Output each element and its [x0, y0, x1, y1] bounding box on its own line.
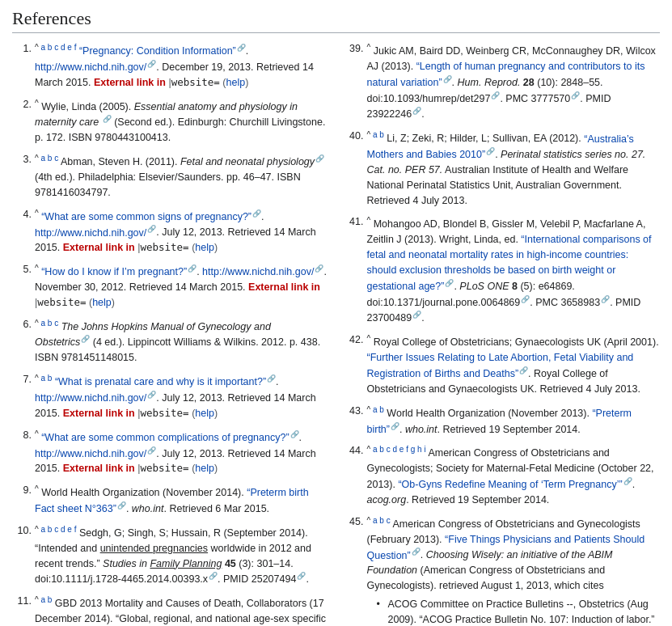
ref-item: 6.^ a b c The Johns Hopkins Manual of Gy… — [12, 317, 328, 366]
ref-sup[interactable]: ^ — [35, 484, 39, 493]
ref-item: 2.^ Wylie, Linda (2005). Essential anato… — [12, 97, 328, 146]
ref-content: ^ Wylie, Linda (2005). Essential anatomy… — [35, 97, 328, 146]
ref-sup[interactable]: ^ a b — [367, 405, 384, 414]
right-column: 39.^ Jukic AM, Baird DD, Weinberg CR, Mc… — [344, 41, 661, 626]
ref-content: ^ “What are some common complications of… — [35, 428, 328, 477]
ref-item: 3.^ a b c Abman, Steven H. (2011). Fetal… — [12, 152, 328, 200]
ref-content: ^ “How do I know if I’m pregnant?”. http… — [35, 262, 328, 310]
ref-sup[interactable]: ^ — [35, 429, 39, 438]
ref-item: 8.^ “What are some common complications … — [12, 428, 328, 477]
references-container: 1.^ a b c d e f “Pregnancy: Condition In… — [12, 41, 660, 626]
ref-item: 39.^ Jukic AM, Baird DD, Weinberg CR, Mc… — [344, 41, 661, 122]
ref-item: 40.^ a b Li, Z; Zeki, R; Hilder, L; Sull… — [344, 129, 661, 208]
ref-number: 5. — [12, 262, 35, 310]
ref-sup[interactable]: ^ a b — [35, 374, 52, 383]
ref-item: 9.^ World Health Organization (November … — [12, 483, 328, 517]
ref-number: 45. — [344, 514, 367, 626]
ref-number: 11. — [12, 594, 35, 626]
ref-sup[interactable]: ^ — [367, 216, 371, 225]
ref-sup[interactable]: ^ a b c — [35, 154, 58, 163]
bullet-content: ACOG Committee on Practice Bulletins --,… — [388, 597, 661, 626]
ref-number: 2. — [12, 97, 35, 146]
ref-content: ^ a b Li, Z; Zeki, R; Hilder, L; Sulliva… — [367, 129, 661, 208]
ref-content: ^ a b “What is prenatal care and why is … — [35, 372, 328, 421]
ref-number: 6. — [12, 317, 35, 366]
ref-content: ^ a b c Abman, Steven H. (2011). Fetal a… — [35, 152, 328, 200]
ref-number: 40. — [344, 129, 367, 208]
ref-item: 4.^ “What are some common signs of pregn… — [12, 207, 328, 256]
ref-item: 42.^ Royal College of Obstetricians; Gyn… — [344, 332, 661, 396]
ref-sup[interactable]: ^ a b c — [367, 516, 391, 525]
ref-number: 10. — [12, 523, 35, 587]
ref-number: 4. — [12, 207, 35, 256]
ref-item: 5.^ “How do I know if I’m pregnant?”. ht… — [12, 262, 328, 310]
ref-content: ^ “What are some common signs of pregnan… — [35, 207, 328, 256]
ref-item: 1.^ a b c d e f “Pregnancy: Condition In… — [12, 41, 328, 91]
ref-number: 42. — [344, 332, 367, 396]
ref-sup[interactable]: ^ a b — [35, 595, 52, 604]
ref-content: ^ a b c American Congress of Obstetricia… — [367, 514, 661, 626]
ref-content: ^ a b c d e f Sedgh, G; Singh, S; Hussai… — [35, 523, 328, 587]
ref-sup[interactable]: ^ — [367, 334, 371, 343]
ref-sup[interactable]: ^ — [35, 209, 39, 218]
ref-sup[interactable]: ^ — [367, 43, 371, 52]
bullet-marker: • — [377, 597, 388, 626]
ref-sup[interactable]: ^ — [35, 264, 39, 273]
ref-number: 44. — [344, 443, 367, 507]
ref-sup[interactable]: ^ a b c d e f — [35, 525, 76, 534]
ref-sup[interactable]: ^ a b c d e f — [35, 43, 76, 52]
ref-sup[interactable]: ^ a b — [367, 130, 384, 139]
ref-item: 11.^ a b GBD 2013 Mortality and Causes o… — [12, 594, 328, 626]
ref-number: 8. — [12, 428, 35, 477]
ref-number: 9. — [12, 483, 35, 517]
ref-item: 45.^ a b c American Congress of Obstetri… — [344, 514, 661, 626]
ref-item: 44.^ a b c d e f g h i American Congress… — [344, 443, 661, 507]
ref-item: 10.^ a b c d e f Sedgh, G; Singh, S; Hus… — [12, 523, 328, 587]
ref-content: ^ a b c d e f “Pregnancy: Condition Info… — [35, 41, 328, 91]
ref-content: ^ Royal College of Obstetricians; Gynaec… — [367, 332, 661, 396]
ref-item: 41.^ Mohangoo AD, Blondel B, Gissler M, … — [344, 214, 661, 326]
ref-content: ^ a b c The Johns Hopkins Manual of Gyne… — [35, 317, 328, 366]
ref-number: 39. — [344, 41, 367, 122]
ref-item: 43.^ a b World Health Organization (Nove… — [344, 404, 661, 438]
ref-content: ^ a b c d e f g h i American Congress of… — [367, 443, 661, 507]
ref-content: ^ a b World Health Organization (Novembe… — [367, 404, 661, 438]
ref-content: ^ a b GBD 2013 Mortality and Causes of D… — [35, 594, 328, 626]
ref-content: ^ Jukic AM, Baird DD, Weinberg CR, McCon… — [367, 41, 661, 122]
page-title: References — [12, 8, 660, 33]
ref-sup[interactable]: ^ a b c — [35, 319, 58, 328]
ref-item: 7.^ a b “What is prenatal care and why i… — [12, 372, 328, 421]
ref-number: 7. — [12, 372, 35, 421]
ref-number: 1. — [12, 41, 35, 91]
left-column: 1.^ a b c d e f “Pregnancy: Condition In… — [12, 41, 328, 626]
ref-number: 43. — [344, 404, 367, 438]
ref-number: 41. — [344, 214, 367, 326]
ref-sub-bullet: •ACOG Committee on Practice Bulletins --… — [377, 597, 661, 626]
ref-sup[interactable]: ^ — [35, 99, 39, 108]
ref-number: 3. — [12, 152, 35, 200]
ref-content: ^ World Health Organization (November 20… — [35, 483, 328, 517]
ref-content: ^ Mohangoo AD, Blondel B, Gissler M, Vel… — [367, 214, 661, 326]
ref-sup[interactable]: ^ a b c d e f g h i — [367, 445, 426, 454]
